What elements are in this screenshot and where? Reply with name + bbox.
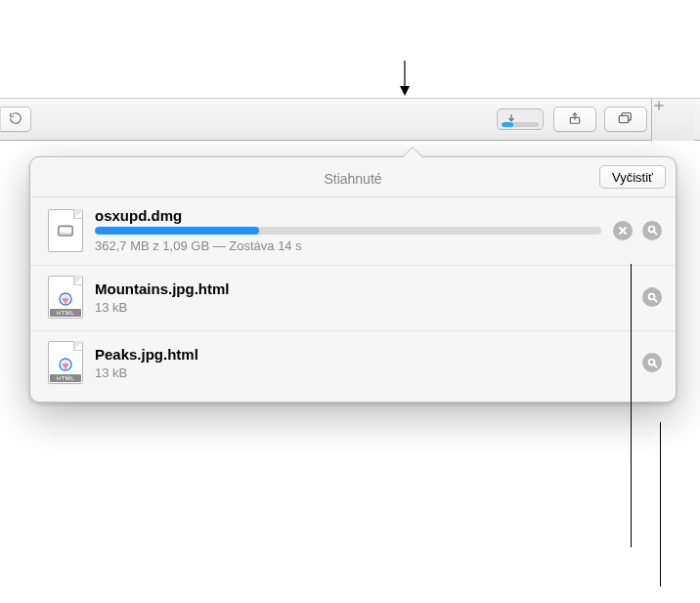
- share-icon: [568, 111, 582, 128]
- popover-header: Stiahnuté Vyčistiť: [30, 157, 676, 196]
- svg-line-18: [653, 298, 656, 301]
- tabs-icon: [618, 111, 634, 128]
- magnifier-icon: [647, 292, 658, 303]
- svg-rect-9: [59, 233, 72, 236]
- plus-icon: [652, 101, 666, 115]
- download-meta: 13 kB: [95, 300, 631, 315]
- file-icon-badge: HTML: [50, 309, 81, 317]
- file-icon-badge: HTML: [50, 374, 81, 382]
- download-row: HTML Mountains.jpg.html 13 kB: [30, 265, 676, 330]
- file-icon-dmg: [48, 209, 83, 252]
- cancel-download-button[interactable]: [613, 221, 633, 240]
- downloads-toolbar-button[interactable]: [497, 108, 544, 130]
- reveal-in-finder-button[interactable]: [642, 287, 662, 307]
- download-meta: 13 kB: [95, 366, 631, 380]
- download-filename: Mountains.jpg.html: [95, 280, 631, 297]
- file-icon-html: HTML: [48, 276, 83, 319]
- svg-line-13: [653, 232, 656, 235]
- downloads-popover: Stiahnuté Vyčistiť osxupd.dmg 362,7 MB z…: [29, 156, 677, 403]
- download-row: osxupd.dmg 362,7 MB z 1,09 GB — Zostáva …: [30, 196, 676, 265]
- popover-title: Stiahnuté: [324, 171, 381, 187]
- new-tab-button[interactable]: [651, 99, 694, 141]
- callout-line-reveal: [660, 422, 661, 586]
- svg-rect-5: [619, 115, 628, 122]
- magnifier-icon: [647, 225, 658, 236]
- file-icon-html: HTML: [48, 341, 83, 384]
- svg-marker-1: [400, 86, 410, 96]
- callout-line-cancel: [631, 264, 632, 547]
- callout-arrow-down: [397, 61, 413, 96]
- x-icon: [618, 226, 628, 236]
- download-filename: osxupd.dmg: [95, 207, 601, 224]
- share-button[interactable]: [553, 107, 596, 132]
- reveal-in-finder-button[interactable]: [642, 353, 662, 372]
- magnifier-icon: [647, 358, 658, 368]
- download-filename: Peaks.jpg.html: [95, 346, 631, 363]
- svg-line-23: [653, 364, 656, 366]
- tabs-button[interactable]: [604, 107, 647, 132]
- download-meta: 362,7 MB z 1,09 GB — Zostáva 14 s: [95, 238, 601, 253]
- download-row: HTML Peaks.jpg.html 13 kB: [30, 330, 676, 402]
- reload-button[interactable]: [0, 107, 31, 132]
- toolbar-download-progress: [502, 122, 539, 127]
- download-progress-bar: [95, 227, 601, 235]
- reveal-in-finder-button[interactable]: [642, 221, 662, 240]
- clear-button-label: Vyčistiť: [612, 170, 653, 185]
- browser-toolbar: [0, 98, 700, 141]
- reload-icon: [9, 111, 22, 128]
- clear-downloads-button[interactable]: Vyčistiť: [599, 165, 666, 189]
